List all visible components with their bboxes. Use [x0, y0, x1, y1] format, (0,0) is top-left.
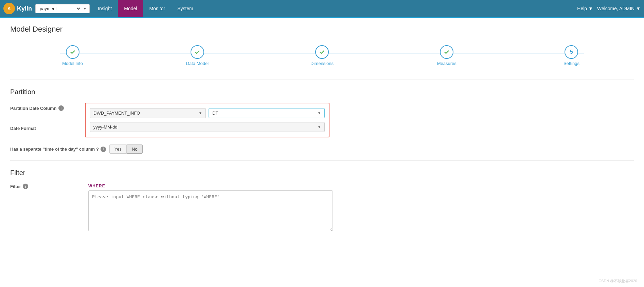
step-circle-data-model [191, 45, 204, 59]
check-icon-data-model [195, 49, 200, 55]
navbar: K Kylin payment ▼ Insight Model Monitor … [0, 0, 644, 17]
check-icon-dimensions [319, 49, 325, 55]
table-column-row: DWD_PAYMENT_INFO ▼ DT ▼ [90, 108, 325, 118]
time-column-row: Has a separate "time of the day" column … [10, 145, 634, 154]
svg-text:K: K [7, 6, 11, 11]
project-caret: ▼ [83, 7, 87, 11]
column-select-caret: ▼ [318, 111, 321, 115]
format-select[interactable]: yyyy-MM-dd yyyyMMddyyyy-MM-dd HH:mm:ssyy… [93, 124, 316, 130]
main-content: Model Designer Model Info Data Model [0, 18, 644, 246]
filter-row: Filter i WHERE [10, 184, 634, 232]
filter-label: Filter i [10, 184, 85, 189]
table-select[interactable]: DWD_PAYMENT_INFO [93, 111, 197, 116]
table-select-caret: ▼ [199, 111, 202, 115]
kylin-icon: K [3, 3, 15, 14]
navbar-right: Help ▼ Welcome, ADMIN ▼ [577, 6, 641, 11]
divider [10, 80, 634, 80]
date-format-label: Date Format [10, 126, 85, 131]
table-select-wrapper[interactable]: DWD_PAYMENT_INFO ▼ [90, 108, 206, 118]
date-format-row: yyyy-MM-dd yyyyMMddyyyy-MM-dd HH:mm:ssyy… [90, 122, 325, 132]
help-button[interactable]: Help ▼ [577, 6, 593, 11]
filter-textarea[interactable] [88, 190, 333, 231]
nav-model[interactable]: Model [118, 0, 143, 17]
check-icon-measures [444, 49, 449, 55]
partition-title: Partition [10, 88, 634, 96]
help-label: Help [577, 6, 587, 11]
nav-items: Insight Model Monitor System [92, 0, 577, 17]
step-number-settings: 5 [570, 49, 573, 55]
nav-system[interactable]: System [171, 0, 199, 17]
step-circle-settings: 5 [565, 45, 578, 59]
format-select-wrapper[interactable]: yyyy-MM-dd yyyyMMddyyyy-MM-dd HH:mm:ssyy… [90, 122, 325, 132]
partition-date-column-label: Partition Date Column i [10, 103, 85, 111]
filter-info-icon[interactable]: i [23, 184, 28, 189]
step-settings[interactable]: 5 Settings [509, 45, 634, 66]
filter-title: Filter [10, 169, 634, 177]
yes-button[interactable]: Yes [109, 145, 127, 154]
step-label-data-model: Data Model [186, 61, 209, 66]
brand-name: Kylin [17, 5, 32, 12]
step-measures[interactable]: Measures [384, 45, 509, 66]
step-label-model-info: Model Info [62, 61, 83, 66]
format-select-caret: ▼ [318, 125, 321, 129]
step-model-info[interactable]: Model Info [10, 45, 135, 66]
welcome-label: Welcome, ADMIN [597, 6, 634, 11]
partition-box: DWD_PAYMENT_INFO ▼ DT ▼ [85, 103, 329, 137]
step-circle-model-info [66, 45, 79, 59]
page-title: Model Designer [10, 25, 634, 34]
project-selector[interactable]: payment ▼ [35, 4, 90, 13]
brand-logo[interactable]: K Kylin [3, 3, 32, 14]
step-circle-measures [440, 45, 453, 59]
column-select-wrapper[interactable]: DT ▼ [209, 108, 325, 118]
filter-divider [10, 161, 634, 161]
time-column-label: Has a separate "time of the day" column … [10, 147, 106, 152]
step-label-dimensions: Dimensions [310, 61, 334, 66]
time-column-info-icon[interactable]: i [101, 147, 106, 152]
step-data-model[interactable]: Data Model [135, 45, 260, 66]
welcome-button[interactable]: Welcome, ADMIN ▼ [597, 6, 641, 11]
step-label-measures: Measures [437, 61, 457, 66]
time-toggle-group: Yes No [109, 145, 143, 154]
filter-input-area: WHERE [88, 184, 333, 232]
nav-insight[interactable]: Insight [92, 0, 118, 17]
filter-section: Filter Filter i WHERE [10, 169, 634, 232]
welcome-caret: ▼ [636, 6, 641, 11]
stepper: Model Info Data Model Dimensions [10, 42, 634, 69]
column-select[interactable]: DT [212, 111, 316, 116]
step-circle-dimensions [315, 45, 329, 59]
where-label: WHERE [88, 184, 333, 188]
check-icon-model-info [70, 49, 75, 55]
step-dimensions[interactable]: Dimensions [260, 45, 384, 66]
project-dropdown[interactable]: payment [38, 6, 81, 12]
step-label-settings: Settings [564, 61, 579, 66]
partition-section: Partition Partition Date Column i DWD_PA… [10, 88, 634, 154]
no-button[interactable]: No [127, 145, 143, 154]
nav-monitor[interactable]: Monitor [143, 0, 171, 17]
help-caret: ▼ [588, 6, 593, 11]
date-column-info-icon[interactable]: i [58, 105, 64, 111]
